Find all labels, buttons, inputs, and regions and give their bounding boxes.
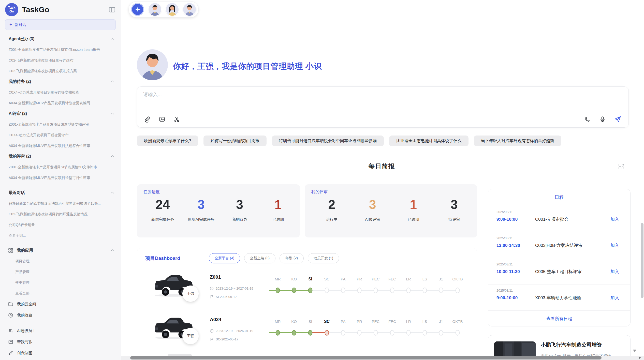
horizontal-scrollbar-thumb[interactable] bbox=[130, 356, 602, 359]
join-meeting-link[interactable]: 加入 bbox=[610, 243, 619, 248]
flag-icon bbox=[210, 337, 214, 341]
new-chat-button[interactable]: + 新对话 bbox=[5, 19, 116, 30]
view-all-schedule-link[interactable]: 查看所有日程 bbox=[488, 311, 630, 322]
folder-icon bbox=[8, 302, 13, 307]
voice-input-button[interactable] bbox=[598, 115, 607, 123]
milestone-track bbox=[269, 332, 458, 333]
briefing-layout-button[interactable] bbox=[618, 163, 625, 171]
sidebar-item[interactable]: A034-全新新能源MUV产品开发项目计划变更表编写 bbox=[0, 98, 121, 108]
sidebar-section-ai-review[interactable]: AI评审 (3) bbox=[0, 108, 121, 119]
milestone-label: PEC bbox=[372, 319, 380, 324]
scroll-down-arrow[interactable] bbox=[633, 350, 636, 352]
stat-value: 2 bbox=[311, 196, 352, 214]
sidebar-item[interactable]: Z001-全新燃油皮卡产品开发项目SI节点Lesson Learn报告 bbox=[0, 44, 121, 55]
sidebar-item[interactable]: C02-飞腾新能源轻客改款项目里程碑画布 bbox=[0, 55, 121, 66]
app-item-change-management[interactable]: 变更管理 bbox=[0, 277, 121, 288]
collapse-sidebar-button[interactable] bbox=[108, 5, 116, 14]
sidebar-item[interactable]: C02-飞腾新能源轻客改款项目立项汇报方案 bbox=[0, 66, 121, 76]
sidebar-link-label: AI超级员工 bbox=[17, 328, 36, 333]
sidebar-item[interactable]: C0X4-动力总成开发项目工程变更评审 bbox=[0, 130, 121, 140]
news-title: 小鹏飞行汽车制造公司增资 bbox=[541, 341, 615, 348]
schedule-item: 2025/03/11 10:30-11:30 C005-整车工程目标评审 加入 bbox=[488, 258, 630, 284]
milestone-track bbox=[269, 290, 458, 291]
agent-avatar-3[interactable] bbox=[183, 3, 196, 16]
sidebar-item[interactable]: A034-全新新能源MUV产品开发项目造型可行性评审 bbox=[0, 172, 121, 183]
scroll-right-arrow[interactable] bbox=[639, 356, 641, 359]
sidebar-item-favorites[interactable]: 我的收藏 bbox=[0, 310, 121, 321]
app-item-project-management[interactable]: 项目管理 bbox=[0, 256, 121, 266]
suggestion-chip[interactable]: 特朗普可能对进口汽车增税会对中国车企造成哪些影响 bbox=[272, 136, 384, 146]
agent-avatar-1[interactable] bbox=[149, 3, 161, 16]
sidebar-section-my-apps[interactable]: 我的应用 bbox=[0, 245, 121, 256]
sidebar-item[interactable]: A034-全新新能源MUV产品开发项目法规符合性评审 bbox=[0, 140, 121, 151]
milestone-progress-segment bbox=[269, 290, 310, 291]
filter-powertrain-dev[interactable]: 动总开发 (1) bbox=[308, 253, 339, 263]
insert-image-button[interactable] bbox=[158, 115, 166, 123]
chat-input-field[interactable] bbox=[143, 91, 525, 109]
suggestion-chip[interactable]: 如何写一份清晰的项目周报 bbox=[203, 136, 267, 146]
project-row-z001[interactable]: 王强 Z001 2023-12-19 ~ 2027-01-19 SI-2025-… bbox=[137, 270, 477, 313]
milestone-dot bbox=[292, 330, 296, 336]
vertical-scrollbar-thumb[interactable] bbox=[641, 223, 643, 298]
stat-label: 已逾期 bbox=[393, 217, 434, 222]
stat-value: 3 bbox=[221, 196, 259, 214]
add-agent-button[interactable]: + bbox=[131, 3, 144, 16]
milestone-dot bbox=[357, 330, 362, 336]
sidebar-item[interactable]: Z001-全新燃油轻卡产品开发项目SI造型提交物评审 bbox=[0, 119, 121, 130]
milestone-dot bbox=[374, 288, 378, 293]
chevron-up-icon bbox=[111, 38, 114, 40]
suggestion-chip[interactable]: 当下年轻人对汽车外观有怎样的喜好趋势 bbox=[474, 136, 561, 146]
project-flag-milestone: SC-2025-05-17 bbox=[210, 337, 238, 341]
suggestion-chip[interactable]: 欧洲新规最近颁布了什么? bbox=[137, 136, 198, 146]
sidebar-item-help-me-write[interactable]: 帮我写作 bbox=[0, 336, 121, 348]
project-date-range: 2023-12-19 ~ 2026-01-19 bbox=[210, 329, 253, 333]
sidebar-section-my-review[interactable]: 我的评审 (2) bbox=[0, 151, 121, 162]
sidebar-item-cloud-space[interactable]: 我的云空间 bbox=[0, 298, 121, 310]
recent-chat-item[interactable]: C02-飞腾新能源轻客改款项目的闭环通告反馈情况 bbox=[0, 209, 121, 219]
screenshot-button[interactable] bbox=[173, 115, 181, 123]
milestone-dot-overdue bbox=[325, 330, 329, 336]
filter-new-platform[interactable]: 全新平台 (4) bbox=[209, 253, 240, 263]
milestone-label: J1 bbox=[439, 277, 443, 281]
milestone-dot bbox=[456, 288, 460, 293]
recent-chat-item[interactable]: 解释最新出台的欧盟报废车法规再生塑料比例被调至15%... bbox=[0, 198, 121, 209]
quill-icon bbox=[8, 351, 13, 356]
schedule-title: 日程 bbox=[488, 189, 630, 200]
clock-icon bbox=[210, 329, 214, 333]
sidebar-section-recent-chats[interactable]: 最近对话 bbox=[0, 187, 121, 198]
write-icon bbox=[8, 339, 13, 344]
schedule-time: 13:00-14:30 bbox=[496, 243, 535, 248]
send-button[interactable] bbox=[614, 115, 622, 123]
flag-text: SC-2025-05-17 bbox=[216, 337, 238, 341]
agent-switcher: + bbox=[128, 1, 199, 18]
section-label: 我的评审 (2) bbox=[9, 154, 31, 159]
sidebar-item[interactable]: Z001-全新燃油轻卡产品开发项目SI节点属性5D文件评审 bbox=[0, 162, 121, 172]
project-row-a034[interactable]: 王强 A034 2023-12-19 ~ 2026-01-19 SC-2025-… bbox=[137, 312, 477, 355]
join-meeting-link[interactable]: 加入 bbox=[610, 269, 619, 275]
sidebar-item-creative-drawing[interactable]: 创意制图 bbox=[0, 348, 121, 359]
briefing-title: 每日简报 bbox=[121, 162, 642, 170]
recent-chat-item[interactable]: 公司Q3轻卡销量 bbox=[0, 219, 121, 230]
suggestion-chip[interactable]: 比亚迪全固态电池计划具体说了什么 bbox=[389, 136, 469, 146]
join-meeting-link[interactable]: 加入 bbox=[610, 216, 619, 222]
app-item-product-management[interactable]: 产品管理 bbox=[0, 266, 121, 277]
milestone-label: SI bbox=[309, 319, 312, 324]
sidebar-section-agent-done[interactable]: Agent已办 (3) bbox=[0, 34, 121, 44]
apps-view-all[interactable]: 查看全部... bbox=[0, 288, 121, 298]
dashboard-filters: 全新平台 (4) 全新上装 (3) 年型 (2) 动总开发 (1) bbox=[209, 253, 339, 263]
attach-file-button[interactable] bbox=[143, 115, 151, 123]
join-meeting-link[interactable]: 加入 bbox=[610, 295, 619, 301]
voice-call-button[interactable] bbox=[583, 115, 591, 123]
milestone-label: FEC bbox=[388, 319, 396, 324]
filter-new-body[interactable]: 全新上装 (3) bbox=[244, 253, 275, 263]
recent-view-all[interactable]: 查看全部... bbox=[0, 230, 121, 241]
section-label: 最近对话 bbox=[9, 190, 25, 196]
filter-model-year[interactable]: 年型 (2) bbox=[280, 253, 304, 263]
sidebar-item[interactable]: C0X4-动力总成开发项目SI里程碑提交物检查 bbox=[0, 87, 121, 98]
sidebar-item-ai-super-staff[interactable]: AI超级员工 bbox=[0, 325, 121, 336]
agent-avatar-2[interactable] bbox=[166, 3, 179, 16]
milestone-dot bbox=[374, 330, 378, 336]
sidebar-section-my-todo[interactable]: 我的待办 (2) bbox=[0, 76, 121, 87]
milestone-label: OKTB bbox=[452, 277, 463, 281]
send-icon bbox=[614, 116, 621, 123]
